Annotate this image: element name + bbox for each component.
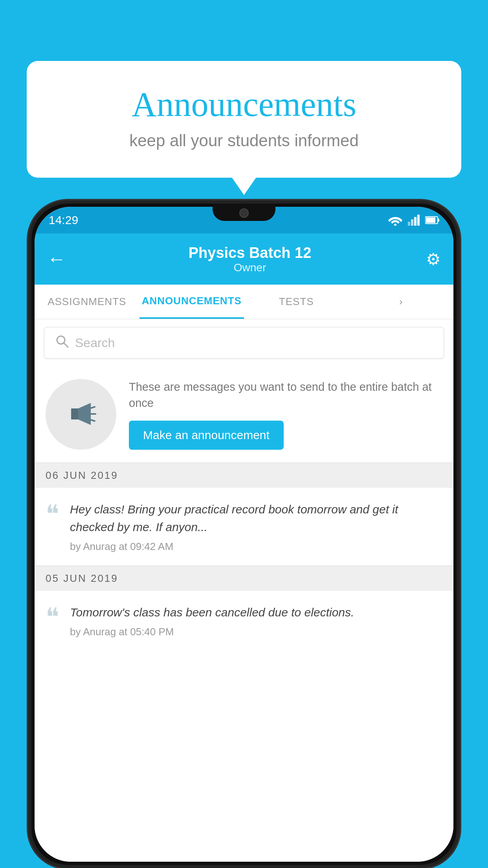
search-bar[interactable]: Search (44, 327, 444, 359)
announcement-item-1[interactable]: ❝ Hey class! Bring your practical record… (35, 488, 453, 566)
announcement-content-1: Hey class! Bring your practical record b… (70, 500, 442, 553)
megaphone-icon (63, 397, 99, 432)
tab-tests[interactable]: TESTS (244, 285, 349, 319)
header-center: Physics Batch 12 Owner (74, 245, 426, 274)
svg-rect-4 (417, 215, 420, 226)
announcement-text-2: Tomorrow's class has been cancelled due … (70, 603, 442, 621)
volume-down-button (28, 369, 30, 404)
content-area: Search These (35, 319, 453, 862)
phone-notch (213, 204, 275, 221)
promo-description: These are messages you want to send to t… (129, 379, 442, 411)
tab-more[interactable]: › (349, 285, 454, 319)
make-announcement-button[interactable]: Make an announcement (129, 421, 284, 450)
volume-up-button (28, 322, 30, 357)
svg-rect-2 (411, 219, 413, 226)
search-icon (55, 335, 69, 351)
promo-content: These are messages you want to send to t… (129, 379, 442, 449)
announcement-content-2: Tomorrow's class has been cancelled due … (70, 603, 442, 638)
quote-icon-1: ❝ (46, 502, 59, 527)
svg-rect-11 (71, 408, 78, 419)
quote-icon-2: ❝ (46, 605, 59, 630)
back-button[interactable]: ← (47, 250, 66, 268)
status-time: 14:29 (49, 213, 78, 227)
power-button (458, 345, 460, 396)
status-icons (388, 215, 439, 226)
announcement-text-1: Hey class! Bring your practical record b… (70, 500, 442, 536)
wifi-icon (388, 215, 402, 226)
signal-icon (408, 215, 420, 226)
svg-rect-6 (426, 217, 435, 223)
tab-assignments[interactable]: ASSIGNMENTS (35, 285, 139, 319)
announcement-meta-1: by Anurag at 09:42 AM (70, 541, 442, 553)
svg-line-9 (64, 343, 68, 347)
battery-icon (425, 216, 439, 224)
svg-rect-1 (408, 222, 410, 226)
tab-announcements[interactable]: ANNOUNCEMENTS (139, 285, 244, 319)
phone-screen: 14:29 (35, 207, 453, 862)
date-separator-2: 05 JUN 2019 (35, 566, 453, 591)
phone-frame: 14:29 (28, 200, 460, 868)
date-separator-1: 06 JUN 2019 (35, 463, 453, 488)
bubble-subtitle: keep all your students informed (58, 131, 430, 150)
svg-rect-3 (414, 217, 416, 226)
svg-point-0 (394, 224, 396, 226)
svg-rect-7 (438, 219, 439, 222)
settings-icon[interactable]: ⚙ (426, 250, 441, 269)
tabs-bar: ASSIGNMENTS ANNOUNCEMENTS TESTS › (35, 285, 453, 319)
header-subtitle: Owner (74, 261, 426, 274)
app-header: ← Physics Batch 12 Owner ⚙ (35, 234, 453, 285)
header-title: Physics Batch 12 (74, 245, 426, 261)
bubble-title: Announcements (58, 85, 430, 124)
promo-icon-circle (46, 379, 116, 450)
announcement-item-2[interactable]: ❝ Tomorrow's class has been cancelled du… (35, 591, 453, 646)
announcement-promo: These are messages you want to send to t… (35, 366, 453, 463)
phone-device: 14:29 (28, 200, 460, 868)
speech-bubble-card: Announcements keep all your students inf… (27, 61, 461, 178)
front-camera (239, 208, 249, 218)
search-placeholder: Search (75, 336, 115, 350)
speech-bubble-section: Announcements keep all your students inf… (27, 61, 461, 178)
announcement-meta-2: by Anurag at 05:40 PM (70, 626, 442, 638)
